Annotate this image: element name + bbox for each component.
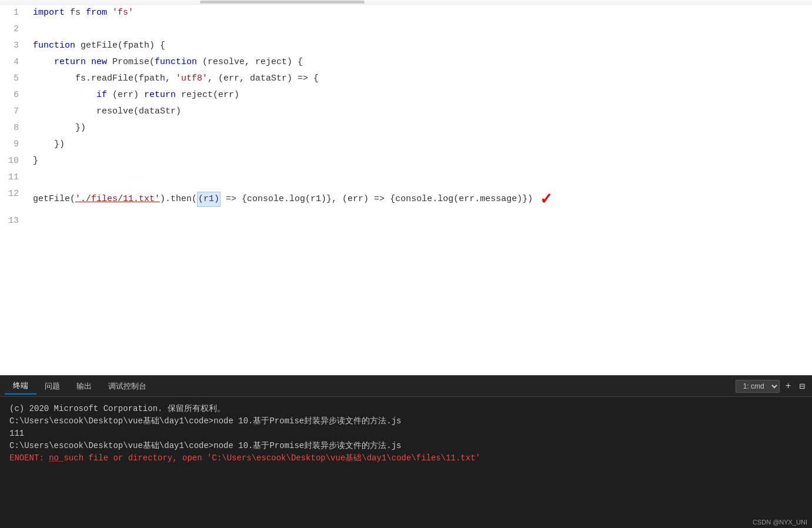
code-line-9: 9 }) bbox=[0, 136, 812, 153]
line-code-9: }) bbox=[28, 136, 812, 153]
code-line-10: 10} bbox=[0, 153, 812, 169]
line-code-6: if (err) return reject(err) bbox=[28, 87, 812, 103]
tab-output[interactable]: 输出 bbox=[68, 379, 100, 394]
line-number-6: 6 bbox=[0, 87, 28, 103]
code-line-1: 1import fs from 'fs' bbox=[0, 5, 812, 21]
line-number-7: 7 bbox=[0, 103, 28, 120]
line-code-11 bbox=[28, 169, 812, 186]
split-terminal-button[interactable]: ⊟ bbox=[797, 379, 807, 393]
code-line-4: 4 return new Promise(function (resolve, … bbox=[0, 54, 812, 71]
line-code-3: function getFile(fpath) { bbox=[28, 38, 812, 54]
code-line-6: 6 if (err) return reject(err) bbox=[0, 87, 812, 103]
terminal-line: (c) 2020 Microsoft Corporation. 保留所有权利。 bbox=[9, 403, 803, 415]
line-number-4: 4 bbox=[0, 54, 28, 71]
line-number-8: 8 bbox=[0, 120, 28, 136]
terminal-line: C:\Users\escook\Desktop\vue基础\day1\code>… bbox=[9, 415, 803, 427]
terminal-tabs: 终端 问题 输出 调试控制台 1: cmd + ⊟ bbox=[0, 376, 812, 397]
line-code-7: resolve(dataStr) bbox=[28, 103, 812, 120]
horizontal-scrollbar[interactable] bbox=[200, 1, 365, 4]
line-code-13 bbox=[28, 213, 812, 229]
terminal-body[interactable]: (c) 2020 Microsoft Corporation. 保留所有权利。C… bbox=[0, 397, 812, 528]
terminal-line: 111 bbox=[9, 427, 803, 440]
code-line-11: 11 bbox=[0, 169, 812, 186]
terminal-panel: 终端 问题 输出 调试控制台 1: cmd + ⊟ (c) 2020 Micro… bbox=[0, 375, 812, 528]
line-code-2 bbox=[28, 21, 812, 38]
line-code-1: import fs from 'fs' bbox=[28, 5, 812, 21]
code-line-7: 7 resolve(dataStr) bbox=[0, 103, 812, 120]
line-code-5: fs.readFile(fpath, 'utf8', (err, dataStr… bbox=[28, 71, 812, 87]
code-line-3: 3function getFile(fpath) { bbox=[0, 38, 812, 54]
code-line-2: 2 bbox=[0, 21, 812, 38]
line-number-12: 12 bbox=[0, 186, 28, 213]
line-code-4: return new Promise(function (resolve, re… bbox=[28, 54, 812, 71]
line-code-10: } bbox=[28, 153, 812, 169]
line-number-2: 2 bbox=[0, 21, 28, 38]
terminal-line: ENOENT: no such file or directory, open … bbox=[9, 452, 803, 464]
line-number-1: 1 bbox=[0, 5, 28, 21]
line-code-12: getFile('./files/11.txt').then((r1) => {… bbox=[28, 186, 812, 213]
line-number-11: 11 bbox=[0, 169, 28, 186]
tab-debug-console[interactable]: 调试控制台 bbox=[100, 379, 155, 394]
line-number-5: 5 bbox=[0, 71, 28, 87]
line-code-8: }) bbox=[28, 120, 812, 136]
watermark: CSDN @NYX_UNI bbox=[753, 519, 807, 526]
cmd-dropdown[interactable]: 1: cmd bbox=[736, 380, 780, 393]
terminal-controls: 1: cmd + ⊟ bbox=[736, 379, 807, 393]
code-table: 1import fs from 'fs'23function getFile(f… bbox=[0, 5, 812, 229]
line-number-13: 13 bbox=[0, 213, 28, 229]
code-line-12: 12getFile('./files/11.txt').then((r1) =>… bbox=[0, 186, 812, 213]
code-line-5: 5 fs.readFile(fpath, 'utf8', (err, dataS… bbox=[0, 71, 812, 87]
terminal-line: C:\Users\escook\Desktop\vue基础\day1\code>… bbox=[9, 440, 803, 452]
code-editor: 1import fs from 'fs'23function getFile(f… bbox=[0, 0, 812, 375]
checkmark-annotation: ✓ bbox=[540, 187, 553, 212]
code-line-13: 13 bbox=[0, 213, 812, 229]
code-line-8: 8 }) bbox=[0, 120, 812, 136]
line-number-9: 9 bbox=[0, 136, 28, 153]
line-number-10: 10 bbox=[0, 153, 28, 169]
tab-terminal[interactable]: 终端 bbox=[5, 378, 36, 395]
line-number-3: 3 bbox=[0, 38, 28, 54]
add-terminal-button[interactable]: + bbox=[783, 380, 794, 393]
tab-problems[interactable]: 问题 bbox=[36, 379, 68, 394]
